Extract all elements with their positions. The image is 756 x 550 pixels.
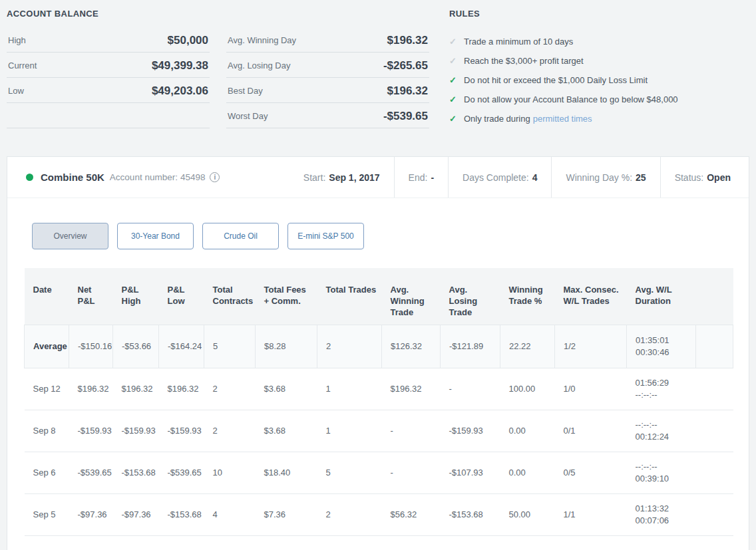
tab-e-mini-s-p-500[interactable]: E-mini S&P 500 [287, 223, 364, 249]
row-date: Sep 6 [25, 452, 69, 493]
day-stats-rows: Avg. Winning Day$196.32Avg. Losing Day-$… [226, 27, 429, 128]
table-cell: 01:35:0100:30:46 [627, 325, 696, 368]
top-summary: ACCOUNT BALANCE High$50,000Current$49,39… [0, 0, 756, 128]
combine-stat-segment: Status:Open [660, 157, 749, 198]
table-cell: -$153.68 [113, 452, 159, 493]
rules-section: RULES ✓Trade a minimum of 10 days✓Reach … [449, 8, 749, 128]
combine-stat-value: - [431, 172, 434, 183]
table-cell: 0.00 [500, 452, 555, 493]
table-cell: 1/0 [555, 368, 627, 410]
duration-line: 00:07:06 [636, 515, 692, 527]
table-cell: 1/2 [555, 325, 627, 368]
day-stat-row: Avg. Winning Day$196.32 [226, 27, 429, 53]
balance-label: Low [8, 86, 24, 98]
rule-item: ✓Reach the $3,000+ profit target [449, 51, 749, 70]
table-cell: 4 [204, 493, 256, 535]
table-cell [696, 410, 733, 452]
rule-text: Only trade during [464, 114, 530, 124]
table-cell [696, 452, 733, 493]
duration-line: 00:12:24 [636, 431, 692, 443]
combine-stat-label: Days Complete: [463, 172, 529, 183]
day-stats-section: Avg. Winning Day$196.32Avg. Losing Day-$… [226, 8, 429, 128]
combine-stat-value: Open [707, 172, 731, 183]
duration-line: --:--:-- [636, 461, 692, 473]
table-row: Sep 6-$539.65-$153.68-$539.6510$18.405--… [25, 452, 733, 493]
combine-stat-label: Start: [303, 172, 325, 183]
column-header: Total Contracts [204, 268, 256, 325]
table-cell: 0/1 [555, 410, 627, 452]
table-cell: -$164.24 [159, 325, 204, 368]
balance-row: Current$49,399.38 [7, 53, 210, 78]
day-stat-value: -$539.65 [383, 110, 428, 123]
duration-line: 01:56:29 [636, 377, 692, 389]
tab-crude-oil[interactable]: Crude Oil [202, 223, 279, 249]
combine-stat-segment: Winning Day %:25 [551, 157, 660, 198]
day-stat-label: Worst Day [228, 111, 268, 123]
combine-name: Combine 50K [41, 172, 104, 183]
row-date: Sep 5 [25, 493, 69, 535]
check-icon: ✓ [449, 94, 464, 104]
table-cell: 2 [204, 410, 256, 452]
table-cell: 10 [204, 452, 256, 493]
table-cell [696, 368, 733, 410]
combine-stat-segment: End:- [394, 157, 448, 198]
rule-text: Trade a minimum of 10 days [464, 37, 573, 47]
column-header: Avg. Winning Trade [382, 268, 441, 325]
column-header: Avg. W/L Duration [627, 268, 696, 325]
day-stat-value: -$265.65 [383, 59, 428, 72]
combine-stat-segment: Days Complete:4 [448, 157, 551, 198]
table-cell: 0.00 [500, 410, 555, 452]
table-cell: - [382, 452, 441, 493]
table-cell: 1 [317, 410, 382, 452]
rule-text: Do not hit or exceed the $1,000 Daily Lo… [464, 75, 648, 85]
rule-item: ✓Only trade duringpermitted times [449, 109, 749, 128]
combine-stat-label: End: [409, 172, 428, 183]
duration-line: 01:13:32 [636, 503, 692, 515]
table-cell: 50.00 [500, 493, 555, 535]
balance-value: $50,000 [168, 34, 208, 47]
column-header: Total Trades [317, 268, 382, 325]
day-stat-value: $196.32 [387, 84, 428, 98]
tab-30-year-bond[interactable]: 30-Year Bond [117, 223, 194, 249]
day-stat-row: Avg. Losing Day-$265.65 [226, 53, 429, 78]
permitted-times-link[interactable]: permitted times [533, 114, 592, 124]
info-icon[interactable]: i [210, 172, 220, 182]
day-stat-row: Worst Day-$539.65 [226, 103, 429, 128]
table-cell: -$97.36 [69, 493, 113, 535]
combine-identity: Combine 50K Account number:45498 i [7, 157, 220, 198]
table-cell: 2 [317, 325, 382, 368]
tab-overview[interactable]: Overview [32, 223, 108, 249]
check-icon: ✓ [449, 56, 464, 66]
column-header: Avg. Losing Trade [441, 268, 500, 325]
table-cell: -$121.89 [441, 325, 500, 368]
table-cell: $3.68 [256, 368, 317, 410]
combine-stat-value: 25 [636, 172, 646, 183]
combine-header: Combine 50K Account number:45498 i Start… [7, 157, 749, 198]
table-cell: --:--:--00:39:10 [627, 452, 696, 493]
table-cell: -$107.93 [441, 452, 500, 493]
combine-stat-label: Winning Day %: [566, 172, 632, 183]
rule-text: Reach the $3,000+ profit target [464, 56, 584, 66]
row-date: Sep 8 [25, 410, 69, 452]
column-header: Net P&L [69, 268, 113, 325]
table-cell: 5 [204, 325, 256, 368]
average-row: Average-$150.16-$53.66-$164.245$8.282$12… [25, 325, 733, 368]
balance-label: High [8, 35, 26, 47]
status-dot-icon [26, 174, 33, 181]
table-cell: -$153.68 [441, 493, 500, 535]
table-cell: -$53.66 [113, 325, 159, 368]
rules-title: RULES [449, 8, 749, 27]
table-cell: 1 [317, 368, 382, 410]
table-cell [696, 325, 733, 368]
table-cell: - [382, 410, 441, 452]
rules-list: ✓Trade a minimum of 10 days✓Reach the $3… [449, 32, 749, 128]
table-cell: 0/5 [555, 452, 627, 493]
duration-line: 00:39:10 [636, 473, 692, 485]
account-number-caption: Account number: [110, 172, 178, 182]
table-cell: $196.32 [159, 368, 204, 410]
balance-label: Current [8, 61, 37, 72]
account-balance-section: ACCOUNT BALANCE High$50,000Current$49,39… [7, 8, 210, 128]
rule-item: ✓Do not hit or exceed the $1,000 Daily L… [449, 70, 749, 90]
column-header: Max. Consec. W/L Trades [555, 268, 627, 325]
instrument-tabs: Overview30-Year BondCrude OilE-mini S&P … [32, 223, 749, 249]
